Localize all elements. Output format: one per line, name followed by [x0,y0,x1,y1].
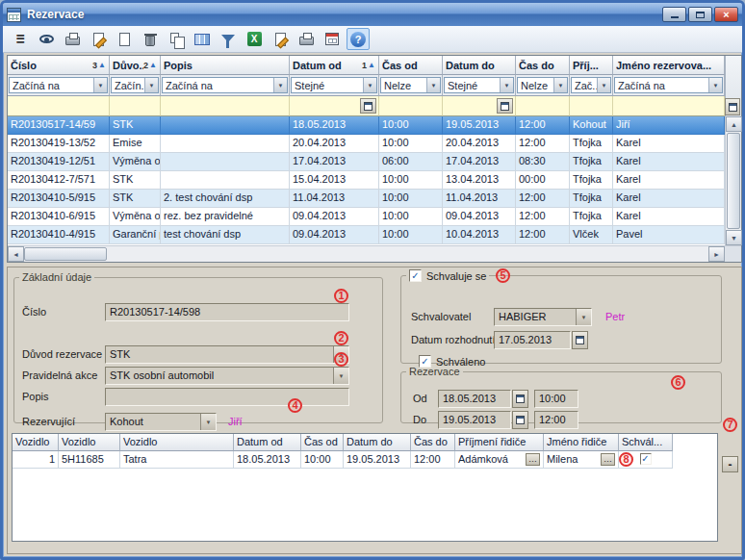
vertical-scroll-thumb[interactable] [727,133,740,229]
detail-column-header-5[interactable]: Datum do [344,434,411,451]
filter-input-3[interactable] [290,96,379,116]
filter-input-7[interactable] [570,96,613,116]
excel-export-button[interactable]: X [243,28,266,50]
column-header-7[interactable]: Příj... [570,56,613,75]
column-header-0[interactable]: Číslo3▲ [8,56,110,75]
rezervujici-combo[interactable]: Kohout ▼ [105,413,217,431]
detail-grid-row[interactable]: 15H11685Tatra18.05.201310:0019.05.201312… [13,451,717,469]
filter-input-8[interactable] [613,96,725,116]
schvalovatel-combo[interactable]: HABIGER ▼ [494,308,592,326]
new-record-button[interactable] [87,28,110,50]
title-bar[interactable]: Rezervace × [3,3,742,26]
filter-input-5[interactable] [443,96,516,116]
column-header-1[interactable]: Důvo...2▲ [110,56,161,75]
dropdown-arrow-icon[interactable]: ▼ [500,78,513,92]
do-calendar-button[interactable] [512,411,528,429]
schvaluje-se-checkbox[interactable]: ✓ [409,269,422,282]
copy-button[interactable] [165,28,188,50]
filter-operator-combo[interactable]: Začíná na▼ [614,77,723,93]
detail-column-header-9[interactable]: Schvál... [619,434,673,451]
grid-corner-button[interactable] [725,98,740,115]
print-preview-button[interactable] [61,28,84,50]
dropdown-arrow-icon[interactable]: ▼ [363,78,376,92]
filter-input-0[interactable] [8,96,110,116]
delete-button[interactable] [139,28,162,50]
table-row[interactable]: R20130419-12/51Výměna ole17.04.201306:00… [8,153,725,171]
filter-operator-combo[interactable]: Stejné▼ [291,77,377,93]
filter-operator-combo[interactable]: Nelze▼ [380,77,441,93]
detail-column-header-2[interactable]: Vozidlo [120,434,234,451]
filter-operator-combo[interactable]: Stejné▼ [444,77,514,93]
filter-operator-combo[interactable]: Zač...▼ [571,77,611,93]
column-header-5[interactable]: Datum do [443,56,516,75]
od-time-field[interactable]: 10:00 [534,390,578,408]
filter-operator-combo[interactable]: Nelze▼ [517,77,568,93]
schvalena-checkbox[interactable]: ✓ [640,453,652,465]
detail-column-header-1[interactable]: Vozidlo [59,434,120,451]
dropdown-arrow-icon[interactable]: ▼ [426,78,440,92]
dropdown-arrow-icon[interactable]: ▼ [333,368,348,384]
filter-input-4[interactable] [379,96,443,116]
lookup-ellipsis-button[interactable]: … [601,453,615,466]
dropdown-arrow-icon[interactable]: ▼ [200,414,216,430]
edit-button[interactable] [269,28,292,50]
dropdown-arrow-icon[interactable]: ▼ [144,78,158,92]
dropdown-arrow-icon[interactable]: ▼ [93,78,107,92]
help-button[interactable]: ? [347,28,370,50]
table-row[interactable]: R20130410-4/915Garanční ptest chování ds… [8,226,725,244]
table-row[interactable]: R20130410-5/915STK2. test chování dsp11.… [8,190,725,208]
cislo-field[interactable]: R20130517-14/598 [105,303,349,321]
remove-row-button[interactable]: - [722,456,738,472]
column-header-3[interactable]: Datum od1▲ [290,56,379,75]
dropdown-arrow-icon[interactable]: ▼ [708,78,722,92]
lookup-ellipsis-button[interactable]: … [526,453,540,466]
datum-rozhodnuti-field[interactable]: 17.05.2013 [494,331,571,349]
filter-operator-combo[interactable]: Začín...▼ [111,77,159,93]
scroll-up-button[interactable]: ▲ [726,116,742,132]
column-header-2[interactable]: Popis [161,56,290,75]
dropdown-arrow-icon[interactable]: ▼ [273,78,287,92]
datum-rozhodnuti-calendar-button[interactable] [572,331,588,349]
scroll-right-button[interactable]: ► [708,246,725,262]
dropdown-arrow-icon[interactable]: ▼ [576,309,591,325]
filter-calendar-button[interactable] [360,98,376,114]
scroll-left-button[interactable]: ◄ [8,246,24,262]
detail-column-header-7[interactable]: Příjmení řidiče [455,434,544,451]
filter-input-1[interactable] [110,96,161,116]
detail-column-header-4[interactable]: Čas od [301,434,344,451]
horizontal-scroll-track[interactable] [107,246,708,262]
table-row[interactable]: R20130419-13/52Emise20.04.201310:0020.04… [8,135,725,153]
filter-operator-combo[interactable]: Začíná na▼ [9,77,108,93]
column-header-8[interactable]: Jméno rezervova... [613,56,725,75]
column-header-6[interactable]: Čas do [516,56,570,75]
table-row[interactable]: R20130410-6/915Výměna olerez. bez pravid… [8,208,725,226]
column-header-4[interactable]: Čas od [379,56,443,75]
detail-column-header-8[interactable]: Jméno řidiče [544,434,619,451]
print-button[interactable] [295,28,318,50]
filter-operator-combo[interactable]: Začíná na▼ [162,77,288,93]
minimize-button[interactable] [662,7,686,22]
horizontal-scroll-thumb[interactable] [24,247,107,261]
horizontal-scrollbar[interactable]: ◄ ► [8,245,741,262]
detail-column-header-3[interactable]: Datum od [234,434,301,451]
duvod-rezervace-combo[interactable]: STK ▼ [105,345,349,364]
data-list-button[interactable]: ≡ [9,28,32,50]
maximize-button[interactable] [688,7,712,22]
table-row[interactable]: R20130412-7/571STK15.04.201310:0013.04.2… [8,171,725,190]
do-time-field[interactable]: 12:00 [534,411,578,429]
do-date-field[interactable]: 19.05.2013 [438,411,511,429]
popis-field[interactable] [105,388,349,406]
detail-column-header-6[interactable]: Čas do [411,434,455,451]
filter-input-6[interactable] [516,96,570,116]
pravidelna-akce-combo[interactable]: STK osobní automobil ▼ [105,367,349,385]
blank-page-button[interactable] [113,28,136,50]
view-button[interactable] [35,28,58,50]
table-row[interactable]: R20130517-14/59STK18.05.201310:0019.05.2… [8,116,725,135]
columns-button[interactable] [191,28,214,50]
vertical-scrollbar[interactable]: ▲ ▼ [725,116,741,245]
dropdown-arrow-icon[interactable]: ▼ [553,78,567,92]
od-date-field[interactable]: 18.05.2013 [438,390,511,408]
filter-input-2[interactable] [161,96,290,116]
filter-button[interactable] [217,28,240,50]
detail-column-header-0[interactable]: Vozidlo [13,434,59,451]
